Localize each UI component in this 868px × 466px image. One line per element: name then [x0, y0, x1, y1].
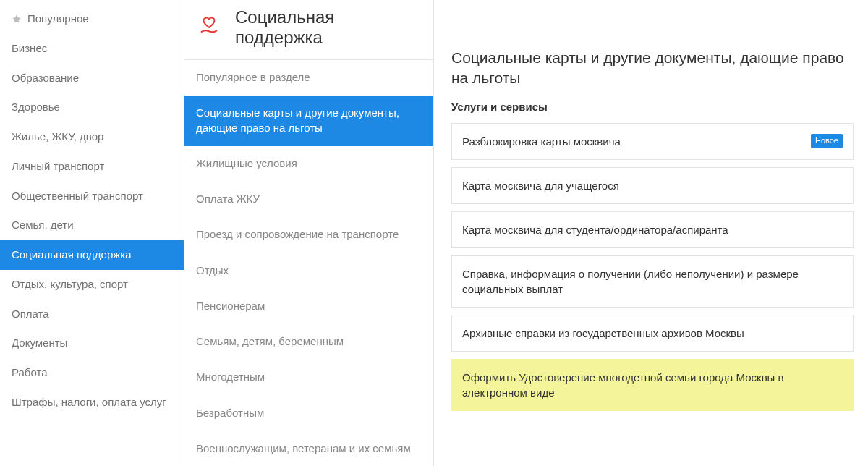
submenu-item-label: Социальные карты и другие документы, даю…: [196, 106, 399, 133]
content-area: Социальные карты и другие документы, даю…: [434, 0, 868, 466]
sidebar-item-public-transport[interactable]: Общественный транспорт: [0, 182, 184, 211]
submenu-item-label: Жилищные условия: [196, 157, 297, 169]
section-title: Социальная поддержка: [235, 7, 422, 48]
submenu-item-label: Популярное в разделе: [196, 71, 310, 83]
service-item-student-card[interactable]: Карта москвича для учащегося: [451, 167, 854, 204]
main-sidebar: Популярное Бизнес Образование Здоровье Ж…: [0, 0, 184, 466]
submenu-item-popular[interactable]: Популярное в разделе: [184, 60, 433, 96]
sidebar-item-label: Оплата: [12, 308, 49, 321]
submenu-item-pensioners[interactable]: Пенсионерам: [184, 289, 433, 324]
sidebar-item-recreation[interactable]: Отдых, культура, спорт: [0, 270, 184, 300]
submenu-item-transport-accompaniment[interactable]: Проезд и сопровождение на транспорте: [184, 217, 433, 253]
submenu-item-label: Отдых: [196, 264, 229, 276]
sidebar-item-popular[interactable]: Популярное: [0, 4, 184, 34]
sidebar-item-payment[interactable]: Оплата: [0, 300, 184, 329]
service-item-label: Карта москвича для студента/ординатора/а…: [462, 222, 728, 237]
sidebar-item-label: Семья, дети: [12, 219, 74, 232]
service-item-label: Справка, информация о получении (либо не…: [462, 266, 843, 297]
submenu-item-social-cards[interactable]: Социальные карты и другие документы, даю…: [184, 96, 433, 146]
sidebar-item-documents[interactable]: Документы: [0, 329, 184, 358]
submenu-item-housing-conditions[interactable]: Жилищные условия: [184, 146, 433, 182]
submenu-item-label: Военнослужащим, ветеранам и их семьям: [196, 442, 411, 454]
sidebar-item-health[interactable]: Здоровье: [0, 93, 184, 122]
sidebar-item-label: Социальная поддержка: [12, 248, 132, 262]
sidebar-item-label: Жилье, ЖКУ, двор: [12, 130, 103, 144]
sidebar-item-label: Бизнес: [12, 42, 47, 56]
submenu-item-veterans[interactable]: Военнослужащим, ветеранам и их семьям: [184, 431, 433, 466]
sidebar-item-label: Популярное: [27, 12, 89, 26]
sidebar-item-label: Отдых, культура, спорт: [12, 278, 128, 292]
submenu-item-label: Многодетным: [196, 370, 265, 383]
sidebar-item-fines[interactable]: Штрафы, налоги, оплата услуг: [0, 388, 184, 418]
service-item-label: Оформить Удостоверение многодетной семьи…: [462, 370, 843, 400]
sidebar-item-label: Здоровье: [12, 101, 60, 114]
new-badge: Новое: [811, 134, 843, 148]
service-item-unblock-card[interactable]: Разблокировка карты москвича Новое: [451, 123, 854, 160]
submenu-item-label: Оплата ЖКУ: [196, 192, 260, 205]
content-subheading: Услуги и сервисы: [451, 101, 854, 113]
submenu-column: Социальная поддержка Популярное в раздел…: [184, 0, 434, 466]
sidebar-item-social-support[interactable]: Социальная поддержка: [0, 240, 184, 270]
service-item-university-card[interactable]: Карта москвича для студента/ординатора/а…: [451, 211, 854, 248]
sidebar-item-label: Работа: [12, 366, 48, 380]
service-item-label: Архивные справки из государственных архи…: [462, 326, 744, 341]
section-header: Социальная поддержка: [184, 0, 433, 59]
sidebar-item-label: Общественный транспорт: [12, 190, 143, 203]
star-icon: [12, 14, 22, 24]
submenu-item-families[interactable]: Семьям, детям, беременным: [184, 324, 433, 360]
submenu-item-recreation[interactable]: Отдых: [184, 253, 433, 289]
service-item-label: Карта москвича для учащегося: [462, 178, 619, 193]
content-heading: Социальные карты и другие документы, даю…: [451, 48, 854, 89]
sidebar-item-label: Штрафы, налоги, оплата услуг: [12, 396, 166, 410]
submenu-item-label: Безработным: [196, 407, 264, 419]
sidebar-item-housing[interactable]: Жилье, ЖКУ, двор: [0, 122, 184, 152]
service-item-payments-info[interactable]: Справка, информация о получении (либо не…: [451, 255, 854, 308]
heart-hand-icon: [196, 14, 222, 41]
service-item-label: Разблокировка карты москвича: [462, 134, 621, 149]
sidebar-item-family[interactable]: Семья, дети: [0, 211, 184, 240]
submenu-item-large-families[interactable]: Многодетным: [184, 360, 433, 395]
sidebar-item-education[interactable]: Образование: [0, 64, 184, 93]
submenu: Популярное в разделе Социальные карты и …: [184, 59, 433, 466]
submenu-item-label: Проезд и сопровождение на транспорте: [196, 228, 399, 240]
submenu-item-unemployed[interactable]: Безработным: [184, 396, 433, 431]
content-spacer: [451, 0, 854, 48]
sidebar-item-personal-transport[interactable]: Личный транспорт: [0, 152, 184, 182]
sidebar-item-label: Документы: [12, 336, 67, 350]
sidebar-item-business[interactable]: Бизнес: [0, 34, 184, 64]
sidebar-item-label: Личный транспорт: [12, 160, 104, 174]
sidebar-item-label: Образование: [12, 72, 79, 85]
service-item-archive-certificates[interactable]: Архивные справки из государственных архи…: [451, 315, 854, 352]
submenu-item-label: Пенсионерам: [196, 300, 265, 312]
submenu-item-utilities-payment[interactable]: Оплата ЖКУ: [184, 182, 433, 217]
sidebar-item-work[interactable]: Работа: [0, 358, 184, 388]
submenu-item-label: Семьям, детям, беременным: [196, 335, 344, 347]
service-item-large-family-certificate[interactable]: Оформить Удостоверение многодетной семьи…: [451, 359, 854, 411]
